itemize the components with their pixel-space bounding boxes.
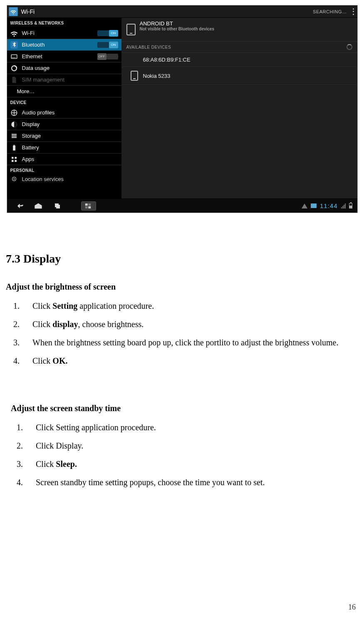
bluetooth-self-device[interactable]: ANDROID BT Not visible to other Bluetoot… [121, 18, 357, 42]
svg-rect-5 [12, 135, 17, 136]
scanning-spinner-icon [347, 44, 352, 50]
overflow-menu-icon[interactable] [353, 8, 354, 15]
wifi-app-icon [9, 7, 18, 16]
screenshot-button-icon[interactable] [81, 201, 96, 211]
available-devices-header: AVAILABLE DEVICES [121, 42, 357, 53]
svg-rect-18 [88, 203, 91, 206]
sidebar-item-label: Data usage [22, 65, 118, 71]
sidebar-item-label: SIM management [22, 77, 118, 83]
sidebar-item-location[interactable]: Location services [7, 175, 121, 183]
svg-rect-9 [12, 157, 14, 159]
svg-rect-10 [15, 157, 17, 159]
device-name: Nokia 5233 [143, 73, 171, 79]
signal-icon [341, 203, 346, 208]
svg-rect-6 [12, 137, 17, 138]
sidebar-item-storage[interactable]: Storage [7, 130, 121, 142]
bluetooth-device-row[interactable]: 68:A8:6D:B9:F1:CE [121, 53, 357, 67]
android-settings-screenshot: Wi-Fi SEARCHING… WIRELESS & NETWORKS Wi-… [7, 5, 358, 213]
ethernet-icon [10, 53, 18, 60]
svg-rect-19 [85, 206, 87, 208]
system-nav-bar: 11:44 [7, 198, 357, 213]
display-icon [10, 121, 18, 128]
sidebar-item-battery[interactable]: Battery [7, 142, 121, 154]
back-button-icon[interactable] [15, 203, 24, 209]
wifi-icon [10, 30, 18, 37]
subsection-heading: Adjust the brightness of screen [6, 281, 358, 293]
bluetooth-panel: ANDROID BT Not visible to other Bluetoot… [121, 18, 357, 198]
standby-steps: Click Setting application procedure. Cli… [29, 422, 358, 495]
page-number: 16 [348, 603, 356, 612]
bluetooth-icon [10, 41, 18, 49]
sidebar-item-display[interactable]: Display [7, 119, 121, 130]
wifi-toggle[interactable]: ON [97, 30, 118, 37]
sidebar-item-wifi[interactable]: Wi-Fi ON [7, 27, 121, 39]
sidebar-item-label: Battery [22, 144, 118, 151]
list-item: Screen standby time setting popups, choo… [29, 476, 358, 495]
ethernet-toggle[interactable]: OFF [97, 53, 118, 60]
section-header-device: DEVICE [7, 97, 121, 107]
sidebar-item-label: Display [22, 121, 118, 127]
phone-icon [131, 71, 138, 81]
sidebar-item-data-usage[interactable]: Data usage [7, 62, 121, 74]
subsection-heading: Adjust the screen standby time [11, 402, 358, 414]
sidebar-item-label: Apps [22, 156, 118, 162]
sidebar-item-label: Location services [22, 176, 118, 182]
svg-rect-20 [88, 206, 91, 208]
action-bar-title: Wi-Fi [21, 8, 313, 15]
sidebar-item-label: Wi-Fi [22, 30, 93, 36]
home-button-icon[interactable] [34, 203, 43, 209]
settings-sidebar: WIRELESS & NETWORKS Wi-Fi ON Bluetooth O… [7, 18, 121, 198]
warning-icon[interactable] [302, 203, 307, 208]
list-item: Click Sleep. [29, 458, 358, 476]
list-item: When the brightness setting board pop up… [26, 337, 358, 355]
svg-point-14 [13, 179, 15, 180]
action-bar: Wi-Fi SEARCHING… [7, 5, 357, 18]
sidebar-item-sim: SIM management [7, 74, 121, 86]
sidebar-item-label: Storage [22, 133, 118, 139]
battery-icon [10, 144, 18, 151]
device-mac: 68:A8:6D:B9:F1:CE [143, 57, 191, 63]
section-header-personal: PERSONAL [7, 165, 121, 175]
sidebar-item-label: Audio profiles [22, 109, 118, 116]
bluetooth-device-row[interactable]: Nokia 5233 [121, 67, 357, 85]
phone-icon [126, 24, 136, 35]
svg-rect-12 [15, 160, 17, 162]
section-heading: 7.3 Display [6, 250, 358, 267]
storage-icon [10, 132, 18, 140]
self-device-sub: Not visible to other Bluetooth devices [140, 27, 214, 31]
list-item: Click Setting application procedure. [26, 300, 358, 318]
sidebar-item-label: More… [17, 88, 118, 94]
data-usage-icon [10, 64, 18, 72]
svg-rect-8 [13, 145, 15, 146]
sidebar-item-label: Bluetooth [22, 42, 93, 48]
sidebar-item-ethernet[interactable]: Ethernet OFF [7, 51, 121, 62]
sidebar-item-apps[interactable]: Apps [7, 154, 121, 165]
list-item: Click Setting application procedure. [29, 422, 358, 440]
list-item: Click display, choose brightness. [26, 318, 358, 337]
sidebar-item-more[interactable]: More… [7, 86, 121, 97]
document-page: Wi-Fi SEARCHING… WIRELESS & NETWORKS Wi-… [0, 0, 364, 620]
audio-icon [10, 109, 18, 117]
location-icon [10, 175, 18, 183]
sidebar-item-bluetooth[interactable]: Bluetooth ON [7, 39, 121, 51]
svg-rect-4 [12, 134, 17, 134]
bluetooth-toggle[interactable]: ON [97, 42, 118, 48]
svg-rect-17 [85, 203, 87, 206]
brightness-steps: Click Setting application procedure. Cli… [26, 300, 358, 373]
action-bar-status: SEARCHING… [313, 9, 347, 14]
sidebar-item-label: Ethernet [22, 53, 93, 60]
sim-icon [10, 76, 18, 84]
sidebar-item-audio[interactable]: Audio profiles [7, 107, 121, 119]
self-device-name: ANDROID BT [140, 20, 214, 27]
recent-apps-icon[interactable] [53, 203, 62, 209]
sd-card-icon[interactable] [311, 203, 317, 208]
svg-rect-16 [56, 205, 59, 208]
list-item: Click OK. [26, 355, 358, 373]
battery-status-icon [349, 203, 352, 208]
clock: 11:44 [320, 202, 338, 209]
svg-rect-0 [11, 55, 17, 58]
section-header-wireless: WIRELESS & NETWORKS [7, 18, 121, 27]
list-item: Click Display. [29, 440, 358, 458]
apps-icon [10, 156, 18, 163]
svg-rect-7 [13, 145, 15, 150]
